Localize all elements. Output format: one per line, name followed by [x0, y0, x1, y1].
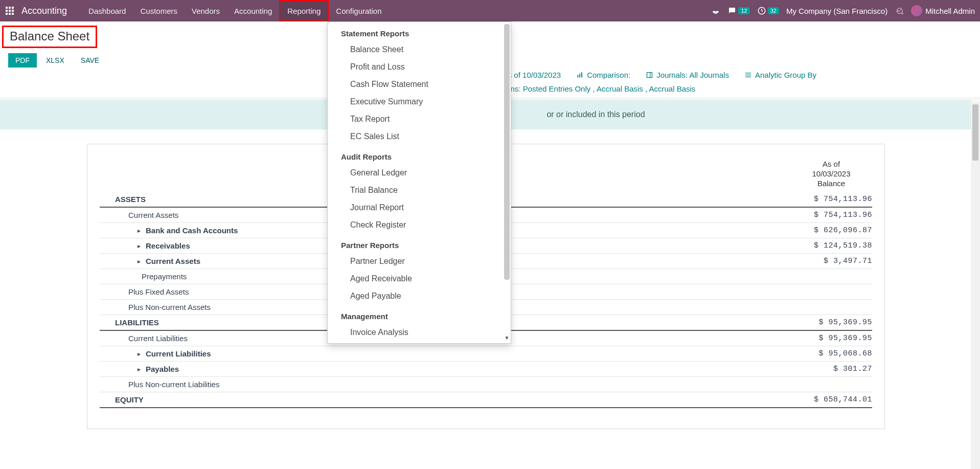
dropdown-item[interactable]: General Ledger	[328, 164, 511, 182]
dropdown-item[interactable]: Partner Ledger	[328, 253, 511, 270]
caret-right-icon[interactable]: ▸	[135, 366, 143, 373]
row-amount: $ 301.27	[833, 365, 872, 373]
debug-icon[interactable]	[895, 6, 904, 15]
menu-item-customers[interactable]: Customers	[133, 0, 185, 21]
page-scrollbar[interactable]	[971, 102, 980, 469]
dropdown-item[interactable]: EC Sales List	[328, 128, 511, 145]
menu-item-dashboard[interactable]: Dashboard	[81, 0, 133, 21]
row-label: Plus Fixed Assets	[100, 287, 189, 296]
col-header-balance: Balance	[790, 179, 872, 188]
report-row[interactable]: ▸Payables$ 301.27	[100, 362, 872, 377]
row-label: Plus Non-current Assets	[100, 303, 211, 311]
apps-icon[interactable]	[5, 6, 14, 15]
report-row[interactable]: Plus Non-current Liabilities	[100, 377, 872, 392]
row-amount: $ 754,113.96	[814, 211, 872, 219]
svg-rect-1	[578, 75, 579, 78]
user-name: Mitchell Admin	[925, 7, 975, 15]
row-label: ASSETS	[100, 195, 146, 204]
row-label: Current Liabilities	[146, 349, 211, 358]
activities-badge: 32	[768, 7, 779, 14]
row-amount: $ 95,369.95	[818, 334, 872, 343]
row-label: Current Assets	[146, 257, 200, 265]
dropdown-item[interactable]: Executive Summary	[328, 93, 511, 110]
dropdown-scrollbar[interactable]	[504, 24, 510, 280]
row-label: Prepayments	[100, 272, 187, 281]
report-row[interactable]: EQUITY$ 658,744.01	[100, 392, 872, 408]
caret-right-icon[interactable]: ▸	[135, 227, 143, 234]
filter-journals[interactable]: Journals: All Journals	[646, 71, 729, 79]
messages-badge: 12	[738, 7, 749, 14]
export-xlsx-button[interactable]: XLSX	[39, 53, 72, 68]
menu-item-accounting[interactable]: Accounting	[227, 0, 279, 21]
row-label: Current Assets	[100, 211, 178, 219]
dropdown-item[interactable]: Profit and Loss	[328, 58, 511, 76]
menu-item-vendors[interactable]: Vendors	[185, 0, 227, 21]
row-label: Plus Non-current Liabilities	[100, 380, 219, 389]
export-pdf-button[interactable]: PDF	[8, 53, 37, 68]
report-row[interactable]: ▸Current Liabilities$ 95,068.68	[100, 346, 872, 362]
row-amount: $ 95,369.95	[818, 318, 872, 327]
dropdown-item[interactable]: Tax Report	[328, 110, 511, 128]
dropdown-item[interactable]: Journal Report	[328, 199, 511, 216]
row-label: Bank and Cash Accounts	[146, 226, 238, 235]
messages-icon[interactable]: 12	[727, 6, 749, 15]
caret-right-icon[interactable]: ▸	[135, 258, 143, 265]
app-brand[interactable]: Accounting	[21, 6, 67, 16]
info-banner-text: or or included in this period	[546, 110, 645, 119]
menu-item-configuration[interactable]: Configuration	[329, 0, 389, 21]
dropdown-item[interactable]: Invoice Analysis	[328, 324, 511, 341]
user-menu[interactable]: Mitchell Admin	[911, 5, 975, 16]
save-button[interactable]: SAVE	[74, 53, 106, 68]
row-amount: $ 658,744.01	[814, 395, 872, 404]
dropdown-section: Audit Reports	[328, 145, 511, 164]
filter-comparison[interactable]: Comparison:	[576, 71, 630, 79]
page-title: Balance Sheet	[2, 26, 97, 48]
activities-icon[interactable]: 32	[757, 6, 779, 15]
dropdown-section: Management	[328, 305, 511, 324]
avatar	[911, 5, 922, 16]
filter-analytic[interactable]: Analytic Group By	[744, 71, 816, 79]
row-amount: $ 95,068.68	[818, 349, 872, 358]
dropdown-item[interactable]: Cash Flow Statement	[328, 76, 511, 93]
row-amount: $ 626,096.87	[814, 226, 872, 235]
row-amount: $ 754,113.96	[814, 195, 872, 204]
row-label: LIABILITIES	[100, 318, 159, 327]
svg-rect-2	[579, 74, 580, 78]
dropdown-item[interactable]: Balance Sheet	[328, 41, 511, 58]
main-menu: DashboardCustomersVendorsAccountingRepor…	[81, 0, 389, 21]
dropdown-item[interactable]: Aged Payable	[328, 287, 511, 305]
dropdown-item[interactable]: Trial Balance	[328, 182, 511, 199]
company-switcher[interactable]: My Company (San Francisco)	[786, 7, 887, 15]
caret-right-icon[interactable]: ▸	[135, 242, 143, 250]
row-label: EQUITY	[100, 395, 144, 404]
row-amount: $ 3,497.71	[824, 257, 872, 265]
dropdown-item[interactable]: Check Register	[328, 216, 511, 234]
col-header-date: 10/03/2023	[790, 169, 872, 178]
filter-options[interactable]: Options: Posted Entries Only , Accrual B…	[492, 84, 696, 93]
top-navbar: Accounting DashboardCustomersVendorsAcco…	[0, 0, 980, 21]
dropdown-scroll-down-icon[interactable]: ▼	[504, 335, 510, 342]
row-label: Payables	[146, 365, 179, 373]
menu-item-reporting[interactable]: Reporting	[279, 0, 329, 21]
voip-icon[interactable]	[711, 6, 720, 15]
svg-rect-3	[581, 73, 582, 78]
row-label: Current Liabilities	[100, 334, 188, 343]
caret-right-icon[interactable]: ▸	[135, 350, 143, 358]
reporting-dropdown: Statement ReportsBalance SheetProfit and…	[327, 21, 511, 344]
dropdown-item[interactable]: Aged Receivable	[328, 270, 511, 287]
dropdown-section: Statement Reports	[328, 22, 511, 41]
scrollbar-thumb[interactable]	[972, 104, 978, 161]
dropdown-section: Partner Reports	[328, 234, 511, 253]
col-header-asof: As of	[823, 160, 840, 168]
row-amount: $ 124,519.38	[814, 241, 872, 250]
row-label: Receivables	[146, 241, 190, 250]
